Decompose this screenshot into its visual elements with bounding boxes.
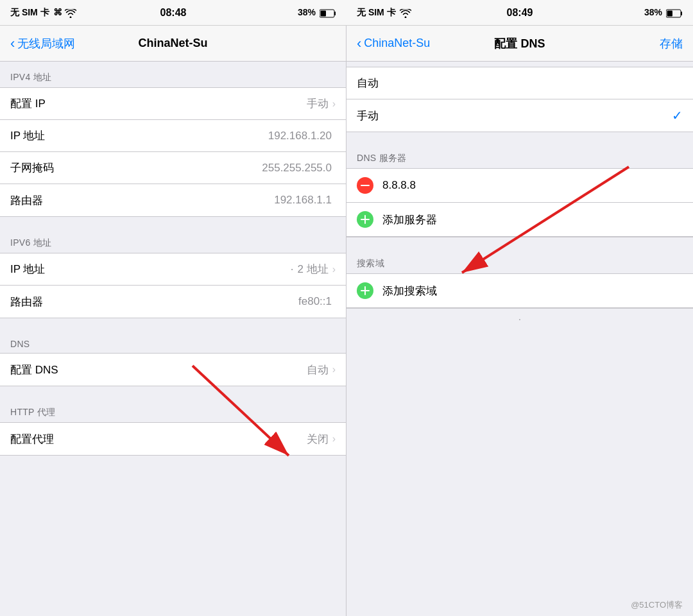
watermark: @51CTO博客 bbox=[631, 599, 683, 611]
status-bar: 无 SIM 卡 ⌘ 08:48 38% bbox=[0, 0, 693, 26]
dns-ip-value: 8.8.8.8 bbox=[382, 179, 683, 192]
left-panel: ‹ 无线局域网 ChinaNet-Su IPV4 地址 配置 IP 手动 › I… bbox=[0, 26, 346, 616]
dns-server-header: DNS 服务器 bbox=[346, 142, 693, 168]
search-domain-group: 添加搜索域 bbox=[346, 273, 693, 309]
save-button[interactable]: 存储 bbox=[660, 36, 683, 51]
checkmark-icon: ✓ bbox=[672, 108, 683, 123]
left-status-left: 无 SIM 卡 ⌘ bbox=[10, 7, 76, 19]
subnet-row[interactable]: 子网掩码 255.255.255.0 bbox=[0, 152, 346, 184]
right-status-left: 无 SIM 卡 bbox=[357, 7, 411, 19]
dns-manual-row[interactable]: 手动 ✓ bbox=[346, 99, 693, 132]
add-search-button[interactable] bbox=[357, 282, 373, 299]
left-battery-icon bbox=[320, 7, 336, 17]
ipv6-router-value: fe80::1 bbox=[298, 295, 332, 308]
subnet-value: 255.255.255.0 bbox=[262, 162, 332, 175]
dns-mode-group: 自动 手动 ✓ bbox=[346, 67, 693, 132]
left-back-button[interactable]: ‹ 无线局域网 bbox=[10, 36, 75, 51]
config-ip-chevron: › bbox=[332, 98, 336, 110]
ipv6-dot: · bbox=[291, 263, 294, 276]
ipv4-group: 配置 IP 手动 › IP 地址 192.168.1.20 子网掩码 255.2… bbox=[0, 87, 346, 217]
proxy-row[interactable]: 配置代理 关闭 › bbox=[0, 423, 346, 455]
spacer-1 bbox=[0, 217, 346, 227]
ipv6-ip-value: 2 地址 bbox=[297, 262, 328, 277]
right-battery-icon bbox=[666, 7, 683, 17]
ipv6-ip-row[interactable]: IP 地址 · 2 地址 › bbox=[0, 253, 346, 286]
right-panel: ‹ ChinaNet-Su 配置 DNS 存储 自动 手动 ✓ DNS 服务器 … bbox=[346, 26, 693, 616]
config-ip-label: 配置 IP bbox=[10, 96, 307, 111]
dns-group: 配置 DNS 自动 › bbox=[0, 353, 346, 386]
add-server-label: 添加服务器 bbox=[382, 212, 437, 227]
subnet-label: 子网掩码 bbox=[10, 160, 262, 175]
right-spacer-2 bbox=[346, 132, 693, 142]
add-search-row[interactable]: 添加搜索域 bbox=[346, 274, 693, 308]
config-dns-chevron: › bbox=[332, 364, 336, 375]
right-status-bar: 无 SIM 卡 08:49 38% bbox=[346, 0, 693, 26]
router-value: 192.168.1.1 bbox=[274, 194, 332, 207]
ip-address-row[interactable]: IP 地址 192.168.1.20 bbox=[0, 120, 346, 152]
ip-address-value: 192.168.1.20 bbox=[268, 130, 332, 142]
right-back-label: ChinaNet-Su bbox=[364, 37, 430, 50]
dns-manual-label: 手动 bbox=[357, 108, 672, 123]
right-time: 08:49 bbox=[507, 7, 533, 19]
dns-auto-label: 自动 bbox=[357, 76, 683, 90]
ipv6-ip-label: IP 地址 bbox=[10, 262, 291, 277]
ip-address-label: IP 地址 bbox=[10, 128, 268, 143]
remove-dns-button[interactable] bbox=[357, 177, 373, 194]
svg-rect-2 bbox=[321, 10, 327, 16]
right-back-button[interactable]: ‹ ChinaNet-Su bbox=[357, 37, 430, 51]
plus-icon-2 bbox=[361, 286, 370, 295]
right-spacer-3 bbox=[346, 237, 693, 248]
svg-rect-4 bbox=[681, 12, 682, 15]
router-row[interactable]: 路由器 192.168.1.1 bbox=[0, 184, 346, 216]
proxy-value: 关闭 bbox=[307, 432, 329, 447]
dot-separator: · bbox=[346, 309, 693, 329]
ipv6-router-label: 路由器 bbox=[10, 295, 298, 309]
left-battery: 38% bbox=[298, 7, 336, 17]
dns-section-header: DNS bbox=[0, 329, 346, 353]
right-battery-percent: 38% bbox=[644, 7, 662, 17]
right-chevron-icon: ‹ bbox=[357, 37, 361, 51]
dns-auto-row[interactable]: 自动 bbox=[346, 67, 693, 99]
http-group: 配置代理 关闭 › bbox=[0, 422, 346, 456]
right-wifi-icon bbox=[400, 7, 411, 17]
left-battery-percent: 38% bbox=[298, 7, 316, 17]
proxy-chevron: › bbox=[332, 433, 336, 445]
config-dns-value: 自动 bbox=[307, 363, 329, 377]
ipv6-ip-chevron: › bbox=[332, 264, 336, 275]
left-back-label: 无线局域网 bbox=[17, 36, 75, 51]
config-ip-row[interactable]: 配置 IP 手动 › bbox=[0, 88, 346, 120]
ipv4-header: IPV4 地址 bbox=[0, 62, 346, 87]
svg-rect-1 bbox=[334, 12, 336, 15]
left-status-bar: 无 SIM 卡 ⌘ 08:48 38% bbox=[0, 0, 346, 26]
right-nav-bar: ‹ ChinaNet-Su 配置 DNS 存储 bbox=[346, 26, 693, 62]
router-label: 路由器 bbox=[10, 193, 274, 208]
proxy-label: 配置代理 bbox=[10, 432, 307, 447]
ipv6-router-row[interactable]: 路由器 fe80::1 bbox=[0, 286, 346, 318]
left-nav-bar: ‹ 无线局域网 ChinaNet-Su bbox=[0, 26, 346, 62]
left-time: 08:48 bbox=[160, 7, 187, 19]
dns-entry-row[interactable]: 8.8.8.8 bbox=[346, 169, 693, 203]
ipv6-group: IP 地址 · 2 地址 › 路由器 fe80::1 bbox=[0, 253, 346, 318]
left-nav-title: ChinaNet-Su bbox=[139, 37, 208, 50]
dns-servers-group: 8.8.8.8 添加服务器 bbox=[346, 168, 693, 237]
right-sim-label: 无 SIM 卡 bbox=[357, 7, 396, 19]
config-dns-label: 配置 DNS bbox=[10, 363, 307, 377]
add-server-button[interactable] bbox=[357, 211, 373, 228]
right-battery: 38% bbox=[644, 7, 683, 17]
svg-rect-5 bbox=[667, 10, 673, 16]
add-search-label: 添加搜索域 bbox=[382, 284, 437, 298]
plus-icon bbox=[361, 215, 370, 224]
spacer-2 bbox=[0, 318, 346, 329]
right-nav-title: 配置 DNS bbox=[494, 36, 545, 51]
ipv6-header: IPV6 地址 bbox=[0, 227, 346, 253]
left-chevron-icon: ‹ bbox=[10, 37, 15, 51]
http-header: HTTP 代理 bbox=[0, 397, 346, 422]
content-wrapper: ‹ 无线局域网 ChinaNet-Su IPV4 地址 配置 IP 手动 › I… bbox=[0, 26, 693, 616]
search-domain-header: 搜索域 bbox=[346, 248, 693, 273]
config-dns-row[interactable]: 配置 DNS 自动 › bbox=[0, 354, 346, 386]
add-server-row[interactable]: 添加服务器 bbox=[346, 203, 693, 237]
left-sim-label: 无 SIM 卡 bbox=[10, 7, 49, 19]
right-spacer-1 bbox=[346, 62, 693, 67]
config-ip-value: 手动 bbox=[307, 96, 329, 111]
spacer-3 bbox=[0, 386, 346, 397]
